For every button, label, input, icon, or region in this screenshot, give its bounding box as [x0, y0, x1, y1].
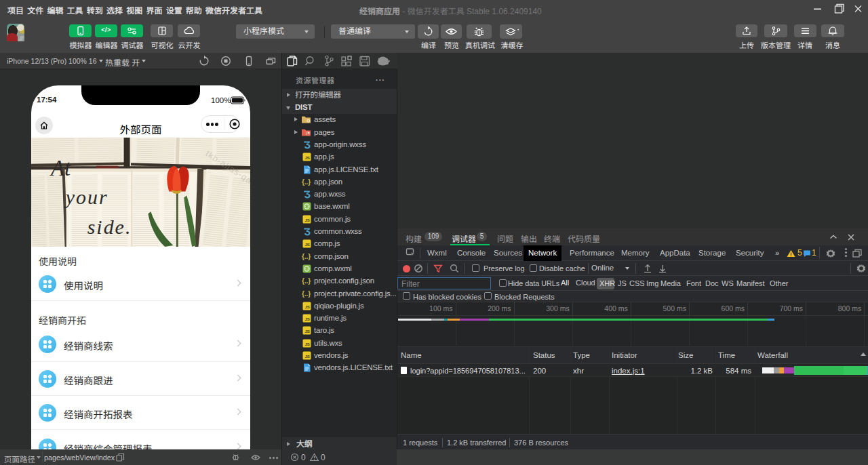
svg-text:JS: JS [304, 354, 309, 359]
svg-text:JS: JS [304, 155, 309, 160]
svg-text:JS: JS [304, 342, 309, 346]
svg-text:{..}: {..} [302, 253, 311, 260]
svg-text:{..}: {..} [302, 178, 311, 186]
svg-text:JS: JS [304, 317, 309, 321]
svg-text:{..}: {..} [302, 289, 311, 297]
svg-text:JS: JS [304, 218, 309, 222]
svg-text:{..}: {..} [302, 277, 311, 285]
svg-text:JS: JS [304, 304, 309, 309]
svg-text:JS: JS [304, 242, 309, 247]
svg-text:your: your [64, 186, 108, 208]
svg-text:JS: JS [304, 329, 309, 333]
svg-text:side.: side. [87, 216, 132, 238]
svg-text:At: At [50, 156, 71, 180]
